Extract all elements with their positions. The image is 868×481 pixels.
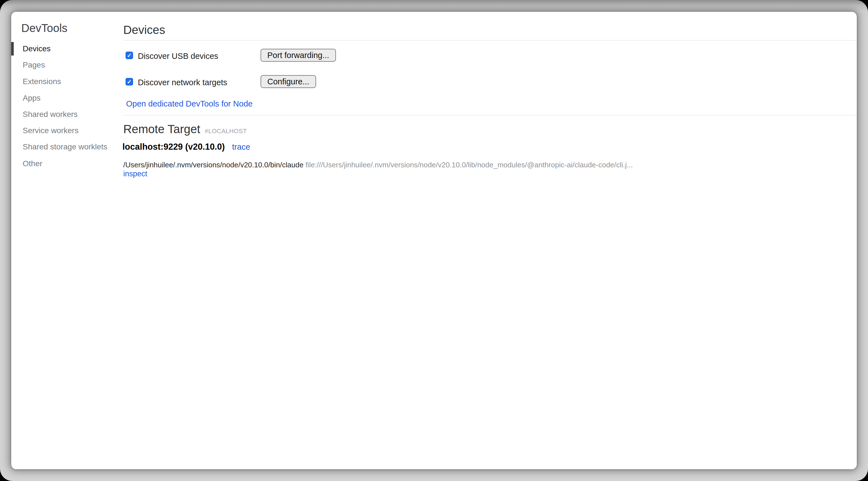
divider <box>123 40 857 41</box>
divider <box>123 115 857 116</box>
target-path-row: /Users/jinhuilee/.nvm/versions/node/v20.… <box>123 160 633 169</box>
target-module-url: file:///Users/jinhuilee/.nvm/versions/no… <box>305 160 633 169</box>
sidebar-item-apps[interactable]: Apps <box>23 92 41 104</box>
remote-target-header: Remote Target #LOCALHOST <box>123 122 247 136</box>
discover-network-label: Discover network targets <box>138 78 227 87</box>
sidebar-item-other[interactable]: Other <box>23 158 42 169</box>
target-name: localhost:9229 (v20.10.0) <box>122 142 225 152</box>
sidebar-item-pages[interactable]: Pages <box>23 59 45 71</box>
port-forwarding-button[interactable]: Port forwarding... <box>260 49 336 62</box>
sidebar-item-service-workers[interactable]: Service workers <box>23 125 79 136</box>
discover-usb-label: Discover USB devices <box>138 51 218 61</box>
page-title: Devices <box>123 23 165 37</box>
configure-button[interactable]: Configure... <box>260 75 316 88</box>
discover-usb-checkbox[interactable]: ✓ <box>126 52 133 59</box>
target-row: localhost:9229 (v20.10.0) trace <box>122 142 250 152</box>
remote-target-title: Remote Target <box>123 122 200 136</box>
inspect-link[interactable]: inspect <box>123 169 147 178</box>
discover-network-checkbox[interactable]: ✓ <box>126 78 133 86</box>
sidebar-item-shared-workers[interactable]: Shared workers <box>23 109 78 120</box>
sidebar-item-devices[interactable]: Devices <box>23 43 51 54</box>
sidebar-title: DevTools <box>21 21 67 35</box>
target-binary-path: /Users/jinhuilee/.nvm/versions/node/v20.… <box>123 160 304 169</box>
trace-link[interactable]: trace <box>232 142 250 152</box>
devtools-window: DevTools Devices Pages Extensions Apps S… <box>11 12 857 469</box>
devices-panel: Devices ✓ Discover USB devices Port forw… <box>123 12 857 469</box>
sidebar: DevTools Devices Pages Extensions Apps S… <box>11 12 123 469</box>
localhost-tag: #LOCALHOST <box>205 127 247 135</box>
sidebar-item-extensions[interactable]: Extensions <box>23 76 61 87</box>
open-node-devtools-link[interactable]: Open dedicated DevTools for Node <box>126 99 252 109</box>
selected-item-indicator <box>11 42 14 56</box>
desktop-background: DevTools Devices Pages Extensions Apps S… <box>0 0 868 481</box>
sidebar-item-shared-storage-worklets[interactable]: Shared storage worklets <box>23 141 107 152</box>
